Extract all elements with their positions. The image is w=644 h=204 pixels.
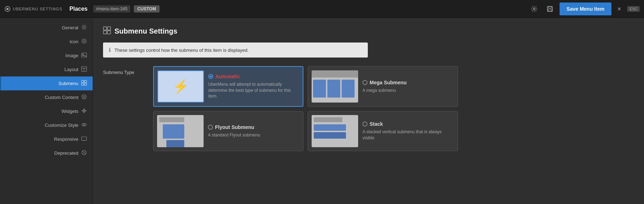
option-mega[interactable]: Mega Submenu A mega submenu [308,66,458,107]
option-stack-desc: A stacked vertical submenu that is alway… [362,129,454,141]
header: UBERMENU SETTINGS Places #menu-item-345 … [0,0,644,18]
radio-flyout[interactable] [208,125,213,130]
image-icon [81,52,87,59]
svg-rect-14 [82,80,84,83]
submenu-options-grid: ⚡ Automatic UberMenu will attempt to aut… [153,66,458,151]
option-flyout[interactable]: Flyout Submenu A standard Flyout submenu [153,111,303,151]
radio-stack[interactable] [362,121,367,126]
content-area: Submenu Settings ℹ These settings contro… [93,18,644,204]
main-layout: General Icon Image Layout Submenu [0,18,644,204]
svg-point-6 [83,26,85,28]
responsive-icon [81,136,87,143]
section-icon [103,26,111,36]
save-icon [547,6,553,12]
info-icon: ℹ [109,47,111,53]
option-mega-name: Mega Submenu [370,80,406,85]
option-automatic-name: Automatic [215,74,240,79]
svg-rect-28 [107,31,111,34]
submenu-type-label: Submenu Type [103,66,146,75]
custom-content-icon [81,94,87,101]
settings-icon-btn[interactable] [528,3,540,15]
svg-rect-25 [103,27,107,30]
close-button[interactable]: ✕ [615,5,624,13]
esc-badge: ESC [627,6,640,12]
submenu-icon [81,80,87,87]
section-title: Submenu Settings [114,27,177,35]
deprecated-icon [81,150,87,156]
sidebar-item-icon[interactable]: Icon [0,35,93,49]
option-flyout-desc: A standard Flyout submenu [208,132,299,138]
eye-icon [81,122,87,129]
sidebar-item-customize-style[interactable]: Customize Style [0,118,93,132]
svg-point-2 [533,8,535,10]
info-box: ℹ These settings control how the submenu… [103,43,368,58]
sidebar-item-widgets[interactable]: Widgets [0,104,93,118]
option-flyout-name: Flyout Submenu [215,124,254,130]
svg-rect-26 [107,27,111,30]
svg-rect-21 [82,137,87,140]
sidebar-item-general[interactable]: General [0,21,93,35]
sidebar-item-image[interactable]: Image [0,49,93,63]
sidebar: General Icon Image Layout Submenu [0,18,93,204]
gear-icon [531,6,537,12]
thumb-stack [312,115,358,147]
svg-rect-27 [103,31,107,34]
app-logo: UBERMENU SETTINGS [4,6,62,12]
logo-icon [4,6,11,12]
menu-item-tag: #menu-item-345 [93,5,130,13]
save-icon-btn[interactable] [544,3,556,15]
sidebar-item-custom-content[interactable]: Custom Content [0,90,93,104]
svg-line-24 [83,151,86,154]
svg-rect-5 [548,9,552,11]
layout-icon [81,66,87,73]
svg-point-19 [82,123,86,126]
icon-icon [81,38,87,45]
submenu-type-row: Submenu Type ⚡ Automatic UberMenu [103,66,634,151]
sidebar-item-responsive[interactable]: Responsive [0,132,93,146]
general-icon [81,24,87,31]
radio-mega[interactable] [362,80,367,85]
option-mega-desc: A mega submenu [362,88,454,94]
section-header: Submenu Settings [103,26,634,36]
thumb-flyout [157,115,204,147]
svg-point-20 [83,124,85,125]
lightning-icon: ⚡ [173,79,189,94]
svg-point-10 [83,54,84,55]
radio-automatic[interactable] [208,74,213,79]
option-automatic[interactable]: ⚡ Automatic UberMenu will attempt to aut… [153,66,303,107]
svg-point-8 [83,40,85,42]
option-stack-name: Stack [370,121,383,127]
sidebar-item-deprecated[interactable]: Deprecated [0,146,93,160]
widgets-icon [81,108,87,115]
thumb-mega [312,70,358,103]
thumb-automatic: ⚡ [157,70,204,103]
logo-text: UBERMENU SETTINGS [13,7,62,11]
custom-badge: CUSTOM [134,5,160,13]
sidebar-item-submenu[interactable]: Submenu [0,76,93,90]
option-stack[interactable]: Stack A stacked vertical submenu that is… [308,111,458,151]
info-text: These settings control how the submenu o… [114,48,249,53]
svg-rect-17 [84,83,87,85]
svg-point-7 [82,39,86,43]
svg-rect-16 [82,83,84,85]
page-title: Places [69,6,88,12]
option-automatic-desc: UberMenu will attempt to automatically d… [208,81,299,99]
svg-rect-15 [84,80,87,83]
sidebar-item-layout[interactable]: Layout [0,63,93,76]
svg-point-1 [6,8,9,10]
save-menu-item-button[interactable]: Save Menu Item [560,3,612,15]
